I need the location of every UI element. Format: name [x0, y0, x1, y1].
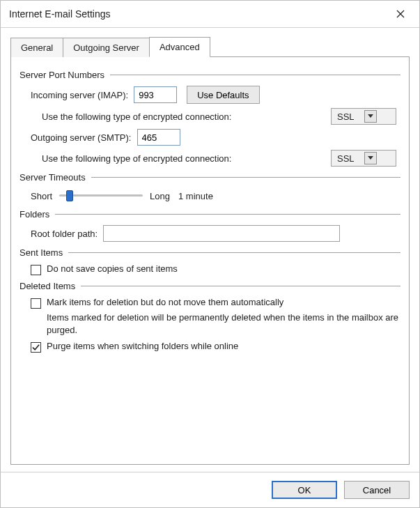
divider — [81, 286, 400, 286]
outgoing-encryption-select[interactable]: SSL — [331, 150, 396, 167]
outgoing-encryption-value: SSL — [337, 153, 355, 164]
timeout-long-label: Long — [150, 191, 170, 201]
group-title: Server Timeouts — [20, 172, 86, 183]
purge-row: Purge items when switching folders while… — [20, 341, 400, 353]
tab-panel-advanced: Server Port Numbers Incoming server (IMA… — [10, 57, 410, 465]
mark-for-deletion-row: Mark items for deletion but do not move … — [20, 297, 400, 309]
divider — [91, 177, 400, 178]
divider — [55, 214, 400, 215]
group-sent-items: Sent Items Do not save copies of sent it… — [20, 247, 400, 275]
group-deleted-items: Deleted Items Mark items for deletion bu… — [20, 281, 400, 353]
group-folders: Folders Root folder path: — [20, 209, 400, 242]
timeout-slider-row: Short Long 1 minute — [20, 188, 400, 203]
group-title: Folders — [20, 209, 49, 220]
window-title: Internet E-mail Settings — [9, 8, 111, 20]
incoming-port-input[interactable] — [134, 86, 177, 103]
dialog-content: General Outgoing Server Advanced Server … — [1, 28, 419, 472]
timeout-short-label: Short — [31, 191, 52, 201]
outgoing-encryption-label: Use the following type of encrypted conn… — [42, 153, 231, 164]
dialog-footer: OK Cancel — [1, 472, 419, 507]
outgoing-port-input[interactable] — [137, 129, 180, 146]
tab-advanced[interactable]: Advanced — [149, 37, 210, 57]
root-folder-label: Root folder path: — [31, 229, 98, 239]
outgoing-encryption-row: Use the following type of encrypted conn… — [20, 150, 400, 167]
mark-for-deletion-label: Mark items for deletion but do not move … — [47, 297, 283, 307]
do-not-save-checkbox[interactable] — [31, 265, 41, 275]
incoming-encryption-row: Use the following type of encrypted conn… — [20, 108, 400, 125]
group-header-sent-items: Sent Items — [20, 247, 400, 258]
group-title: Server Port Numbers — [20, 70, 104, 80]
mark-for-deletion-checkbox[interactable] — [31, 298, 41, 309]
titlebar: Internet E-mail Settings — [1, 1, 419, 28]
mark-for-deletion-help: Items marked for deletion will be perman… — [36, 311, 400, 337]
outgoing-server-row: Outgoing server (SMTP): — [20, 129, 400, 146]
divider — [68, 252, 400, 253]
ok-button[interactable]: OK — [272, 481, 337, 499]
check-icon — [32, 344, 40, 351]
group-title: Deleted Items — [20, 281, 75, 291]
incoming-encryption-label: Use the following type of encrypted conn… — [42, 111, 231, 122]
root-folder-input[interactable] — [103, 225, 340, 242]
use-defaults-button[interactable]: Use Defaults — [187, 86, 259, 104]
tab-outgoing-server[interactable]: Outgoing Server — [63, 38, 150, 57]
tab-general[interactable]: General — [10, 38, 63, 57]
purge-label: Purge items when switching folders while… — [47, 341, 238, 351]
do-not-save-label: Do not save copies of sent items — [47, 263, 178, 274]
tab-strip: General Outgoing Server Advanced — [10, 36, 410, 57]
purge-checkbox[interactable] — [31, 342, 41, 353]
group-header-timeouts: Server Timeouts — [20, 172, 400, 183]
group-header-server-port: Server Port Numbers — [20, 70, 400, 80]
chevron-down-icon — [364, 110, 377, 123]
outgoing-server-label: Outgoing server (SMTP): — [31, 132, 132, 143]
group-header-folders: Folders — [20, 209, 400, 220]
group-server-port-numbers: Server Port Numbers Incoming server (IMA… — [20, 70, 400, 167]
close-icon — [396, 8, 405, 20]
incoming-encryption-select[interactable]: SSL — [331, 108, 396, 125]
incoming-server-label: Incoming server (IMAP): — [31, 90, 128, 100]
root-folder-row: Root folder path: — [20, 225, 400, 242]
timeout-value: 1 minute — [178, 191, 213, 201]
chevron-down-icon — [364, 152, 377, 164]
divider — [110, 75, 400, 75]
cancel-button[interactable]: Cancel — [344, 481, 410, 499]
timeout-slider[interactable] — [59, 188, 143, 203]
slider-thumb[interactable] — [66, 190, 73, 201]
dialog-window: Internet E-mail Settings General Outgoin… — [0, 0, 420, 508]
group-header-deleted-items: Deleted Items — [20, 281, 400, 291]
incoming-server-row: Incoming server (IMAP): Use Defaults — [20, 86, 400, 104]
incoming-encryption-value: SSL — [337, 111, 355, 122]
group-title: Sent Items — [20, 247, 63, 258]
close-button[interactable] — [387, 5, 414, 23]
do-not-save-row: Do not save copies of sent items — [20, 263, 400, 275]
group-server-timeouts: Server Timeouts Short Long 1 minute — [20, 172, 400, 203]
